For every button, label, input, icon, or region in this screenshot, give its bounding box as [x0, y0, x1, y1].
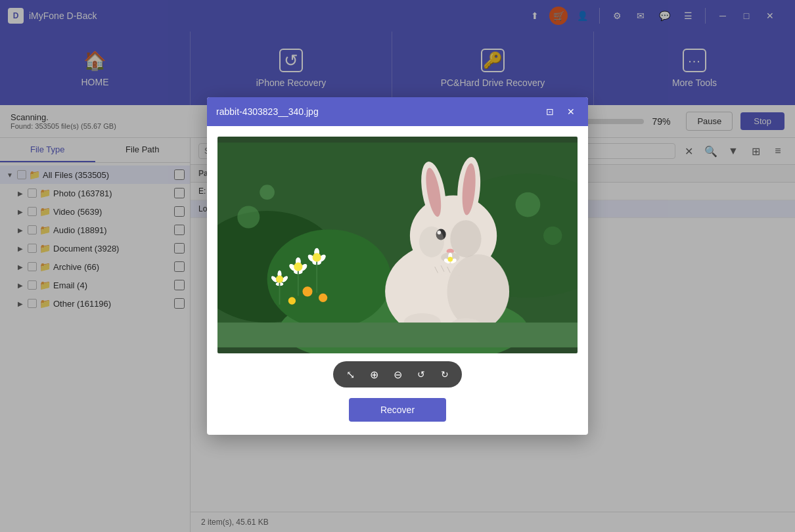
zoom-out-button[interactable]: ⊖: [388, 365, 407, 384]
svg-point-34: [276, 275, 283, 282]
svg-rect-71: [217, 322, 578, 347]
image-display: [217, 137, 578, 353]
svg-point-14: [294, 262, 302, 271]
modal-overlay: rabbit-4303823__340.jpg ⊡ ✕: [0, 0, 795, 532]
svg-point-69: [237, 206, 260, 228]
modal-body: ⤡ ⊕ ⊖ ↺ ↻ Recover: [207, 126, 588, 435]
svg-point-36: [319, 294, 327, 302]
svg-point-60: [419, 227, 444, 257]
svg-rect-39: [316, 262, 317, 293]
svg-point-70: [260, 185, 275, 200]
rabbit-image-svg: [217, 137, 578, 353]
svg-point-59: [450, 220, 481, 257]
svg-point-37: [288, 297, 296, 304]
svg-rect-40: [279, 283, 281, 305]
modal-title: rabbit-4303823__340.jpg: [216, 106, 537, 117]
modal-titlebar: rabbit-4303823__340.jpg ⊡ ✕: [207, 97, 588, 126]
rotate-left-button[interactable]: ↺: [412, 365, 430, 384]
modal-restore-button[interactable]: ⊡: [542, 104, 558, 120]
fit-to-screen-button[interactable]: ⤡: [341, 365, 359, 384]
svg-point-58: [448, 257, 453, 262]
image-control-bar: ⤡ ⊕ ⊖ ↺ ↻: [333, 361, 462, 388]
svg-rect-38: [298, 271, 299, 296]
svg-point-35: [302, 286, 312, 296]
rotate-right-button[interactable]: ↻: [436, 365, 454, 384]
svg-point-67: [516, 192, 541, 217]
image-preview-modal: rabbit-4303823__340.jpg ⊡ ✕: [207, 97, 588, 435]
svg-point-24: [313, 253, 321, 261]
zoom-in-button[interactable]: ⊕: [365, 365, 383, 384]
svg-point-61: [447, 254, 509, 328]
svg-point-68: [543, 227, 562, 245]
modal-close-button[interactable]: ✕: [563, 104, 579, 120]
modal-recover-button[interactable]: Recover: [349, 398, 446, 422]
image-controls: ⤡ ⊕ ⊖ ↺ ↻: [217, 361, 578, 388]
